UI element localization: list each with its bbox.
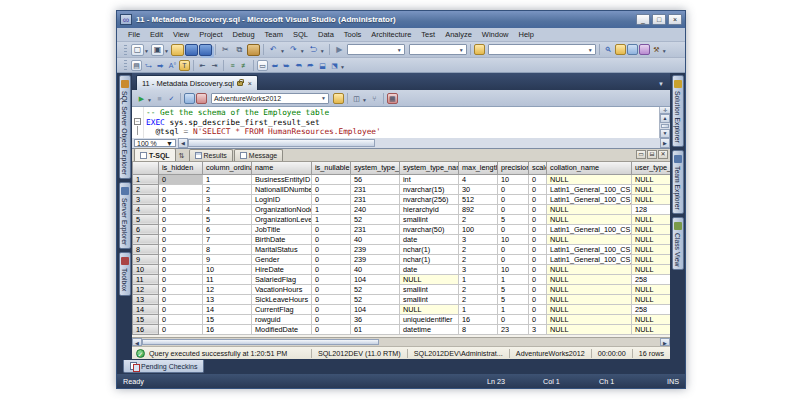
grid-cell[interactable]: 7 bbox=[203, 234, 252, 244]
next-bookmark-icon[interactable]: ⮩ bbox=[281, 60, 292, 71]
execute-dropdown-icon[interactable]: ▼ bbox=[147, 97, 152, 103]
grid-cell[interactable]: 3 bbox=[459, 264, 498, 274]
grid-cell[interactable]: 0 bbox=[312, 254, 351, 264]
code-line[interactable]: @tsql = N'SELECT * FROM HumanResources.E… bbox=[146, 127, 659, 137]
grid-cell[interactable]: 5 bbox=[498, 294, 529, 304]
start-debug-icon[interactable]: ▶ bbox=[333, 44, 346, 56]
grid-cell[interactable]: NULL bbox=[547, 284, 632, 294]
increase-indent-icon[interactable]: ⇥ bbox=[209, 60, 220, 71]
grid-cell[interactable]: smallint bbox=[400, 294, 459, 304]
grid-cell[interactable]: 30 bbox=[459, 184, 498, 194]
tab-close-icon[interactable]: × bbox=[248, 80, 252, 87]
grid-cell[interactable]: 40 bbox=[351, 264, 400, 274]
row-header[interactable]: 15 bbox=[133, 314, 159, 324]
grid-cell[interactable]: Gender bbox=[252, 254, 312, 264]
code-line[interactable]: -- Get the schema of the Employee table bbox=[146, 108, 659, 118]
grid-cell[interactable]: 100 bbox=[459, 224, 498, 234]
bookmark-icon[interactable]: ▭ bbox=[257, 60, 268, 71]
grid-cell[interactable]: 1 bbox=[498, 274, 529, 284]
grid-cell[interactable]: 52 bbox=[351, 294, 400, 304]
menu-item-tools[interactable]: Tools bbox=[339, 30, 367, 39]
grid-cell[interactable]: 0 bbox=[529, 314, 547, 324]
grid-cell[interactable]: 0 bbox=[312, 294, 351, 304]
grid-cell[interactable]: 2 bbox=[459, 294, 498, 304]
grid-cell[interactable]: NULL bbox=[632, 194, 671, 204]
grid-cell[interactable]: 0 bbox=[312, 284, 351, 294]
scroll-left-icon[interactable]: ◀ bbox=[132, 338, 142, 346]
object-browser-icon[interactable] bbox=[639, 44, 650, 55]
column-header-is_nullable[interactable]: is_nullable bbox=[312, 162, 351, 174]
navigate-dropdown-icon[interactable]: ▼ bbox=[320, 48, 325, 54]
row-header[interactable]: 12 bbox=[133, 284, 159, 294]
grid-cell[interactable]: 0 bbox=[498, 314, 529, 324]
grid-cell[interactable]: 104 bbox=[351, 304, 400, 314]
column-header-column_ordinal[interactable]: column_ordinal bbox=[203, 162, 252, 174]
grid-cell[interactable]: 0 bbox=[159, 274, 203, 284]
grid-cell[interactable]: 0 bbox=[529, 284, 547, 294]
toolbox-tools-icon[interactable]: ⚒ bbox=[651, 44, 662, 55]
scroll-thumb[interactable] bbox=[661, 124, 669, 128]
grid-cell[interactable]: NULL bbox=[400, 304, 459, 314]
menu-item-window[interactable]: Window bbox=[477, 30, 514, 39]
grid-cell[interactable]: 12 bbox=[203, 284, 252, 294]
grid-cell[interactable]: NULL bbox=[632, 254, 671, 264]
grid-cell[interactable]: JobTitle bbox=[252, 224, 312, 234]
grid-cell[interactable]: 3 bbox=[203, 194, 252, 204]
grid-cell[interactable]: 4 bbox=[459, 174, 498, 184]
editor-zoom-combo[interactable]: 100 %▼ bbox=[134, 139, 176, 147]
grid-cell[interactable]: 0 bbox=[529, 224, 547, 234]
grid-cell[interactable]: 0 bbox=[529, 234, 547, 244]
grid-cell[interactable]: CurrentFlag bbox=[252, 304, 312, 314]
grid-cell[interactable]: 5 bbox=[498, 214, 529, 224]
grid-cell[interactable]: 104 bbox=[351, 274, 400, 284]
splitter-handle-icon[interactable]: ✛ bbox=[660, 107, 670, 114]
row-header[interactable]: 4 bbox=[133, 204, 159, 214]
row-header[interactable]: 1 bbox=[133, 174, 159, 184]
menu-item-sql[interactable]: SQL bbox=[288, 30, 313, 39]
menu-item-view[interactable]: View bbox=[168, 30, 194, 39]
grid-cell[interactable]: date bbox=[400, 234, 459, 244]
navigate-backward-icon[interactable]: ⮌ bbox=[307, 44, 320, 56]
save-all-icon[interactable] bbox=[199, 44, 212, 56]
minimize-button[interactable]: _ bbox=[636, 14, 650, 25]
grid-horizontal-scrollbar[interactable]: ◀ ▶ bbox=[132, 337, 670, 346]
column-header-collation_name[interactable]: collation_name bbox=[547, 162, 632, 174]
row-header[interactable]: 14 bbox=[133, 304, 159, 314]
grid-cell[interactable]: 0 bbox=[312, 274, 351, 284]
grid-cell[interactable]: NULL bbox=[632, 324, 671, 334]
grid-cell[interactable]: 0 bbox=[159, 314, 203, 324]
grid-cell[interactable]: NULL bbox=[632, 174, 671, 184]
grid-cell[interactable]: Latin1_General_100_CS_AS bbox=[547, 194, 632, 204]
editor-horizontal-scrollbar[interactable]: ◀ ▶ bbox=[178, 138, 670, 148]
grid-cell[interactable]: 2 bbox=[459, 254, 498, 264]
scroll-up-icon[interactable]: ▲ bbox=[660, 114, 670, 123]
grid-cell[interactable]: NULL bbox=[547, 214, 632, 224]
menu-item-test[interactable]: Test bbox=[416, 30, 440, 39]
grid-cell[interactable]: 0 bbox=[312, 314, 351, 324]
add-item-dropdown-icon[interactable]: ▼ bbox=[164, 48, 169, 54]
scroll-track[interactable] bbox=[379, 338, 660, 346]
row-header[interactable]: 10 bbox=[133, 264, 159, 274]
find-in-files-icon[interactable] bbox=[474, 44, 485, 55]
word-completion-icon[interactable]: T bbox=[179, 60, 190, 71]
menu-item-help[interactable]: Help bbox=[514, 30, 539, 39]
clear-bookmarks-icon[interactable]: ⬔ bbox=[329, 60, 340, 71]
redo-icon[interactable]: ↷ bbox=[287, 44, 300, 56]
grid-cell[interactable]: 0 bbox=[159, 174, 203, 184]
grid-cell[interactable]: NULL bbox=[547, 324, 632, 334]
grid-cell[interactable]: 52 bbox=[351, 284, 400, 294]
decrease-indent-icon[interactable]: ⇤ bbox=[197, 60, 208, 71]
grid-cell[interactable]: int bbox=[400, 174, 459, 184]
parameter-info-icon[interactable]: ⮕ bbox=[155, 60, 166, 71]
grid-cell[interactable]: SalariedFlag bbox=[252, 274, 312, 284]
left-tab-toolbox[interactable]: Toolbox bbox=[119, 252, 131, 295]
scroll-thumb[interactable] bbox=[188, 139, 375, 147]
grid-cell[interactable]: 239 bbox=[351, 244, 400, 254]
grid-cell[interactable]: NationalIDNumber bbox=[252, 184, 312, 194]
grid-cell[interactable]: 0 bbox=[529, 274, 547, 284]
grid-cell[interactable]: Latin1_General_100_CS_AS bbox=[547, 224, 632, 234]
grid-cell[interactable]: 240 bbox=[351, 204, 400, 214]
column-header-user_type_id[interactable]: user_type_id bbox=[632, 162, 671, 174]
row-header[interactable]: 5 bbox=[133, 214, 159, 224]
grid-cell[interactable]: 0 bbox=[159, 294, 203, 304]
